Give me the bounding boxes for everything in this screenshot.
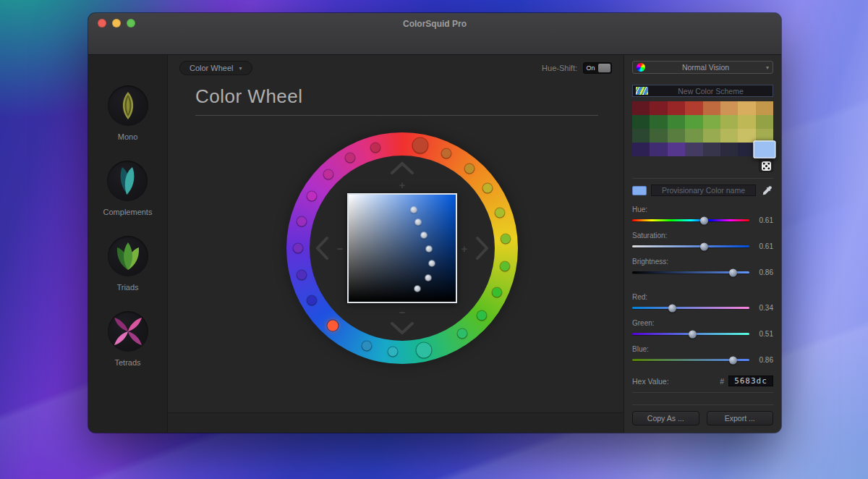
slider-track[interactable] xyxy=(632,359,749,361)
slider-track[interactable] xyxy=(632,271,749,274)
scheme-point-dot[interactable] xyxy=(425,275,431,281)
wheel-hue-dot[interactable] xyxy=(492,287,501,297)
wheel-arrow-up[interactable] xyxy=(389,161,415,174)
slider-label: Blue: xyxy=(632,345,773,353)
wheel-hue-dot[interactable] xyxy=(495,208,505,217)
main-area: Color Wheel ▾ Hue-Shift: On Color Wheel xyxy=(168,55,624,433)
palette-swatch[interactable] xyxy=(756,101,773,115)
palette-swatch[interactable] xyxy=(650,115,667,129)
scheme-point-dot[interactable] xyxy=(415,219,421,225)
palette-swatch[interactable] xyxy=(703,129,720,143)
toggle-knob-icon xyxy=(598,64,610,72)
wheel-hue-dot[interactable] xyxy=(441,149,451,158)
main-footer xyxy=(168,412,624,433)
palette-swatch[interactable] xyxy=(703,115,720,129)
wheel-hue-dot[interactable] xyxy=(416,342,431,357)
sidebar-item-tetrads[interactable]: Tetrads xyxy=(108,311,148,367)
palette-swatch[interactable] xyxy=(632,101,650,115)
slider-thumb[interactable] xyxy=(668,304,676,312)
slider-thumb[interactable] xyxy=(729,268,737,276)
saturation-brightness-square[interactable] xyxy=(347,193,457,303)
sidebar-item-mono[interactable]: Mono xyxy=(108,85,148,141)
sidebar-item-complements[interactable]: Complements xyxy=(103,161,153,216)
palette-swatch[interactable] xyxy=(685,115,702,129)
palette-swatch[interactable] xyxy=(668,129,685,143)
wheel-hue-dot[interactable] xyxy=(477,310,487,320)
wheel-hue-dot[interactable] xyxy=(297,216,306,226)
wheel-hue-dot[interactable] xyxy=(297,271,306,280)
palette-swatch[interactable] xyxy=(650,143,667,156)
scheme-point-dot[interactable] xyxy=(411,207,417,213)
wheel-hue-dot[interactable] xyxy=(324,170,333,179)
palette-swatch[interactable] xyxy=(632,143,650,156)
wheel-hue-dot[interactable] xyxy=(346,153,355,163)
hex-label: Hex Value: xyxy=(632,377,669,386)
wheel-hue-dot[interactable] xyxy=(388,347,398,357)
palette-swatch[interactable] xyxy=(720,129,738,143)
palette-swatch[interactable] xyxy=(738,101,755,115)
palette-swatch[interactable] xyxy=(668,143,685,156)
wheel-hue-dot[interactable] xyxy=(362,342,371,351)
slider-thumb[interactable] xyxy=(700,242,708,250)
sidebar-item-triads[interactable]: Triads xyxy=(108,236,148,292)
eyedropper-button[interactable] xyxy=(760,185,773,196)
palette-swatch[interactable] xyxy=(685,101,702,115)
slider-value: 0.61 xyxy=(754,242,773,250)
slider-thumb[interactable] xyxy=(700,216,708,224)
palette-swatch[interactable] xyxy=(720,143,738,156)
palette-swatch[interactable] xyxy=(632,115,650,129)
wheel-hue-dot[interactable] xyxy=(307,192,317,201)
slider-track[interactable] xyxy=(632,219,749,221)
wheel-hue-dot[interactable] xyxy=(500,262,509,271)
wheel-hue-dot[interactable] xyxy=(294,244,303,253)
scheme-name-input[interactable] xyxy=(652,87,770,96)
palette-swatch[interactable] xyxy=(685,129,702,143)
palette-swatch[interactable] xyxy=(703,143,720,156)
palette-swatch[interactable] xyxy=(685,143,702,156)
copy-as-button[interactable]: Copy As ... xyxy=(632,411,699,425)
wheel-hue-dot[interactable] xyxy=(464,164,474,173)
vision-dropdown[interactable]: Normal Vision ▾ xyxy=(632,61,773,74)
slider-track[interactable] xyxy=(632,333,749,335)
randomize-button[interactable] xyxy=(759,159,773,172)
slider-red: Red:0.34 xyxy=(632,293,773,312)
wheel-hue-dot[interactable] xyxy=(370,143,380,152)
palette-swatch-selected[interactable] xyxy=(753,140,776,158)
palette-swatch[interactable] xyxy=(756,115,773,129)
slider-label: Saturation: xyxy=(632,232,773,240)
hex-input[interactable] xyxy=(728,376,773,386)
palette-swatch[interactable] xyxy=(703,101,720,115)
palette-swatch[interactable] xyxy=(650,101,667,115)
hue-shift-toggle[interactable]: On xyxy=(583,62,612,74)
slider-thumb[interactable] xyxy=(689,330,697,338)
palette-swatch[interactable] xyxy=(738,115,755,129)
wheel-hue-dot[interactable] xyxy=(413,138,428,153)
divider xyxy=(632,178,773,179)
export-button[interactable]: Export ... xyxy=(707,411,774,425)
wheel-arrow-left[interactable] xyxy=(315,235,328,261)
palette-swatch[interactable] xyxy=(650,129,667,143)
wheel-hue-dot[interactable] xyxy=(482,184,492,193)
color-name-input[interactable] xyxy=(652,185,755,195)
wheel-hue-dot[interactable] xyxy=(457,328,467,338)
wheel-hue-dot[interactable] xyxy=(307,296,317,305)
slider-track[interactable] xyxy=(632,307,749,309)
wheel-arrow-right[interactable] xyxy=(476,235,489,261)
scheme-point-dot[interactable] xyxy=(421,232,427,238)
vision-dropdown-label: Normal Vision xyxy=(650,63,762,72)
wheel-hue-dot[interactable] xyxy=(501,234,511,244)
palette-swatch[interactable] xyxy=(720,115,738,129)
mode-dropdown[interactable]: Color Wheel ▾ xyxy=(179,61,252,75)
scheme-point-dot[interactable] xyxy=(414,286,420,292)
palette-swatch[interactable] xyxy=(720,101,738,115)
scheme-point-dot[interactable] xyxy=(426,246,432,252)
palette-swatch[interactable] xyxy=(668,101,685,115)
wheel-selected-marker[interactable] xyxy=(327,321,338,331)
wheel-arrow-down[interactable] xyxy=(389,322,415,335)
palette-swatch[interactable] xyxy=(668,115,685,129)
slider-track[interactable] xyxy=(632,245,749,247)
sidebar-label: Mono xyxy=(118,132,138,141)
palette-swatch[interactable] xyxy=(632,129,650,143)
scheme-point-dot[interactable] xyxy=(429,260,435,266)
slider-thumb[interactable] xyxy=(729,356,737,364)
